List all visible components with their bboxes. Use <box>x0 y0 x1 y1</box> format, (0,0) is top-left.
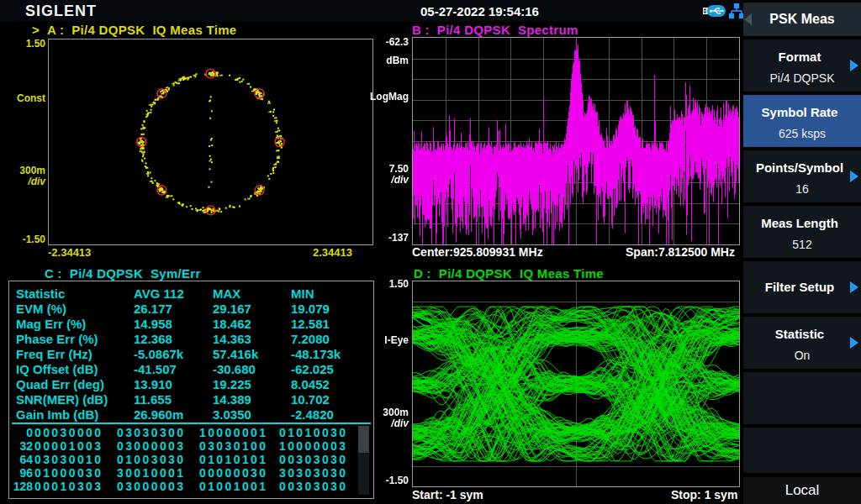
2-stat-value: 12.368 <box>134 332 172 347</box>
0-stat-value: 26.177 <box>134 302 172 317</box>
lan-icon <box>728 3 745 19</box>
menu-item-format[interactable]: FormatPi/4 DQPSK <box>743 39 861 92</box>
b-y-scale-unit: /div <box>370 174 409 186</box>
eye-diagram-canvas <box>413 281 739 486</box>
3-stat-value: -5.0867k <box>134 347 183 362</box>
7-stat-value: 26.960m <box>134 407 183 423</box>
b-unit: dBm <box>370 55 409 66</box>
6-stat-value: 14.389 <box>213 392 251 407</box>
0-stat-label: EVM (%) <box>16 302 66 317</box>
symbol-group: 03030010 <box>34 453 103 466</box>
spectrum-canvas <box>413 38 739 244</box>
d-y-scale: 300m <box>370 407 409 418</box>
menu-item-value: 16 <box>743 182 861 196</box>
2-stat-label: Phase Err (%) <box>16 332 98 347</box>
a-x-min: -2.34413 <box>48 246 91 259</box>
4-stat-label: IQ Offset (dB) <box>16 362 98 377</box>
menu-item-label: Points/Symbol <box>743 160 856 175</box>
eye-stop-label: Stop: 1 sym <box>671 488 737 501</box>
1-stat-value: 12.581 <box>291 317 330 332</box>
symbol-group: 01000030 <box>34 466 103 480</box>
menu-item-symbol-rate[interactable]: Symbol Rate625 ksps <box>743 95 861 147</box>
a-y-scale: 300m <box>7 165 45 176</box>
submenu-arrow-icon <box>850 60 858 71</box>
symbol-group: 03030100 <box>199 439 268 453</box>
trace-d-title: D : Pi/4 DQPSK IQ Meas Time <box>414 266 604 281</box>
stats-header-1: AVG 112 <box>134 286 184 302</box>
symbol-group: 10000003 <box>279 439 348 453</box>
4-stat-value: -41.507 <box>134 362 177 377</box>
span-frequency: Span:7.812500 MHz <box>626 245 735 259</box>
a-y-scale-unit: /div <box>7 176 45 187</box>
symbol-group: 01010030 <box>279 426 348 439</box>
local-button[interactable]: Local <box>743 477 861 504</box>
menu-item-label: Meas Length <box>743 216 856 230</box>
5-stat-value: 19.225 <box>213 377 251 392</box>
0-stat-value: 29.167 <box>213 302 251 317</box>
menu-item-statistic[interactable]: StatisticOn <box>743 317 861 369</box>
stats-header-2: MAX <box>213 286 240 302</box>
menu-item-meas-length[interactable]: Meas Length512 <box>743 206 861 258</box>
menu-item-label: Filter Setup <box>743 280 856 294</box>
b-y-min: -137 <box>370 232 409 244</box>
menu-item-label: Symbol Rate <box>743 105 856 119</box>
symbol-group: 03030300 <box>117 426 186 439</box>
d-y-mode: I-Eye <box>370 334 409 346</box>
b-scale-type: LogMag <box>370 91 409 102</box>
symbol-row-index: 0 <box>9 426 33 439</box>
symbol-row-index: 96 <box>9 466 33 480</box>
trace-a-title: A : Pi/4 DQPSK IQ Meas Time <box>47 23 236 37</box>
submenu-arrow-icon <box>850 337 858 349</box>
datetime-display: 05-27-2022 19:54:16 <box>420 4 539 18</box>
constellation-plot <box>48 39 373 245</box>
menu-item-value: 512 <box>743 238 861 251</box>
6-stat-label: SNR(MER) (dB) <box>16 392 108 407</box>
symbol-group: 00001003 <box>34 439 103 453</box>
submenu-arrow-icon <box>850 281 858 293</box>
d-y-scale-unit: /div <box>370 417 409 429</box>
0-stat-value: 19.079 <box>291 302 330 317</box>
symbol-group: 01001001 <box>199 480 268 493</box>
3-stat-value: 57.416k <box>213 347 258 362</box>
menu-item-points-symbol[interactable]: Points/Symbol16 <box>743 150 861 202</box>
symbol-group: 30303030 <box>279 466 348 480</box>
analyzer-screen: SIGLENT 05-27-2022 19:54:16 > A : Pi/4 <box>0 0 861 504</box>
trace-c-title: C : Pi/4 DQPSK Sym/Err <box>45 266 201 281</box>
constellation-canvas <box>49 39 372 244</box>
6-stat-value: 11.655 <box>134 392 172 407</box>
symbol-group: 00030000 <box>34 426 103 439</box>
7-stat-label: Gain Imb (dB) <box>16 407 98 423</box>
7-stat-value: 3.0350 <box>213 407 251 423</box>
symbol-group: 30010001 <box>117 466 186 480</box>
7-stat-value: -2.4820 <box>291 407 334 423</box>
d-y-min: -1.50 <box>370 475 409 486</box>
2-stat-value: 7.2080 <box>291 332 330 347</box>
active-trace-marker: > <box>32 23 40 37</box>
spectrum-plot <box>412 37 740 245</box>
a-y-mode: Const <box>7 92 45 104</box>
3-stat-value: -48.173k <box>291 347 341 362</box>
symbol-group: 00010303 <box>34 480 103 493</box>
5-stat-label: Quad Err (deg) <box>16 377 104 392</box>
symbol-scrollbar-thumb[interactable] <box>358 426 369 453</box>
symbol-group: 00303030 <box>279 480 348 493</box>
3-stat-label: Freq Err (Hz) <box>16 347 92 362</box>
5-stat-value: 13.910 <box>134 377 172 392</box>
symbol-group: 10000001 <box>199 426 268 439</box>
top-bar: SIGLENT 05-27-2022 19:54:16 <box>0 0 861 22</box>
stats-header-0: Statistic <box>16 286 65 302</box>
menu-item-empty-7 <box>743 428 861 473</box>
menu-item-value: On <box>743 349 861 362</box>
menu-header[interactable]: PSK Meas <box>743 3 861 36</box>
trace-b-title: B : Pi/4 DQPSK Spectrum <box>412 23 578 37</box>
a-x-max: 2.34413 <box>313 246 352 259</box>
1-stat-value: 18.462 <box>213 317 251 332</box>
symbol-group: 01010101 <box>199 453 268 466</box>
1-stat-value: 14.958 <box>134 317 172 332</box>
symbol-row-index: 128 <box>9 480 33 493</box>
menu-item-label: Format <box>743 50 856 64</box>
menu-item-filter-setup[interactable]: Filter Setup <box>743 261 861 313</box>
menu-item-empty-6 <box>743 372 861 424</box>
a-y-min: -1.50 <box>7 234 45 245</box>
menu-item-label: Statistic <box>743 327 856 341</box>
